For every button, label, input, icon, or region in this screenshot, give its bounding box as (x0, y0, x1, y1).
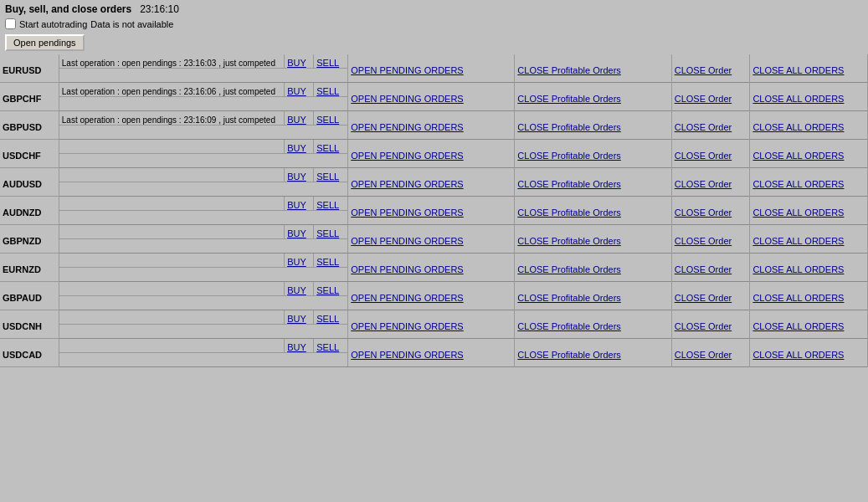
buy-button-usdcnh[interactable]: BUY (287, 314, 306, 324)
close-all-button-gbpnzd[interactable]: CLOSE ALL ORDERS (752, 236, 844, 246)
info-gbpchf: Last operation : open pendings : 23:16:0… (59, 83, 284, 97)
table-container: EURUSDLast operation : open pendings : 2… (0, 54, 868, 367)
open-pending-button-gbpusd[interactable]: OPEN PENDING ORDERS (351, 122, 463, 132)
close-order-cell: CLOSE Order (671, 282, 750, 310)
buy-button-gbpusd[interactable]: BUY (287, 115, 306, 125)
open-pendings-button[interactable]: Open pendings (5, 34, 85, 51)
close-profitable-cell: CLOSE Profitable Orders (515, 83, 671, 111)
autotrading-row: Start autotrading Data is not available (0, 17, 868, 31)
close-profitable-button-gbpaud[interactable]: CLOSE Profitable Orders (517, 293, 621, 303)
close-all-button-usdcad[interactable]: CLOSE ALL ORDERS (752, 350, 844, 360)
close-all-button-gbpusd[interactable]: CLOSE ALL ORDERS (752, 122, 844, 132)
buy-cell: BUY (285, 197, 314, 211)
close-profitable-button-audusd[interactable]: CLOSE Profitable Orders (517, 179, 621, 189)
sell-button-usdcad[interactable]: SELL (316, 342, 339, 352)
buy-cell: BUY (285, 111, 314, 126)
sell-button-audnzd[interactable]: SELL (316, 200, 339, 210)
spacer-row (59, 126, 347, 140)
close-profitable-button-usdcnh[interactable]: CLOSE Profitable Orders (517, 321, 621, 331)
close-profitable-button-gbpchf[interactable]: CLOSE Profitable Orders (517, 94, 621, 104)
open-pending-button-eurnzd[interactable]: OPEN PENDING ORDERS (351, 264, 463, 274)
symbol-usdcnh: USDCNH (0, 310, 59, 339)
close-order-cell: CLOSE Order (671, 83, 750, 111)
open-pending-cell: OPEN PENDING ORDERS (348, 310, 515, 339)
open-pending-button-audnzd[interactable]: OPEN PENDING ORDERS (351, 207, 463, 218)
close-order-button-usdcnh[interactable]: CLOSE Order (675, 321, 732, 331)
info-audnzd (59, 197, 284, 211)
close-order-button-usdcad[interactable]: CLOSE Order (675, 350, 732, 360)
close-order-button-gbpaud[interactable]: CLOSE Order (675, 293, 732, 303)
close-all-button-audusd[interactable]: CLOSE ALL ORDERS (752, 179, 844, 189)
close-order-button-gbpchf[interactable]: CLOSE Order (675, 94, 732, 104)
open-pending-button-usdcnh[interactable]: OPEN PENDING ORDERS (351, 321, 463, 331)
close-order-button-audusd[interactable]: CLOSE Order (675, 179, 732, 189)
buy-button-gbpaud[interactable]: BUY (287, 285, 306, 295)
close-all-button-eurusd[interactable]: CLOSE ALL ORDERS (752, 65, 844, 75)
buy-cell: BUY (285, 254, 314, 268)
open-pending-cell: OPEN PENDING ORDERS (348, 339, 515, 367)
close-profitable-button-eurusd[interactable]: CLOSE Profitable Orders (517, 65, 621, 75)
close-all-button-usdchf[interactable]: CLOSE ALL ORDERS (752, 151, 844, 161)
sell-button-eurusd[interactable]: SELL (316, 58, 339, 68)
sell-button-gbpaud[interactable]: SELL (316, 285, 339, 295)
close-order-button-gbpnzd[interactable]: CLOSE Order (675, 236, 732, 246)
open-pending-button-audusd[interactable]: OPEN PENDING ORDERS (351, 179, 463, 189)
close-profitable-cell: CLOSE Profitable Orders (515, 168, 671, 197)
autotrading-checkbox[interactable] (5, 18, 16, 29)
close-profitable-button-gbpusd[interactable]: CLOSE Profitable Orders (517, 122, 621, 132)
buy-button-usdcad[interactable]: BUY (287, 342, 306, 352)
close-all-cell: CLOSE ALL ORDERS (750, 168, 868, 197)
sell-cell: SELL (314, 310, 348, 325)
close-order-cell: CLOSE Order (671, 225, 750, 254)
info-usdcnh (59, 310, 284, 325)
open-pending-button-gbpchf[interactable]: OPEN PENDING ORDERS (351, 94, 463, 104)
open-pending-button-usdcad[interactable]: OPEN PENDING ORDERS (351, 350, 463, 360)
close-order-button-eurnzd[interactable]: CLOSE Order (675, 264, 732, 274)
close-all-button-usdcnh[interactable]: CLOSE ALL ORDERS (752, 321, 844, 331)
close-profitable-cell: CLOSE Profitable Orders (515, 111, 671, 140)
buy-cell: BUY (285, 339, 314, 353)
open-pending-button-eurusd[interactable]: OPEN PENDING ORDERS (351, 65, 463, 75)
close-order-button-eurusd[interactable]: CLOSE Order (675, 65, 732, 75)
spacer-row (59, 97, 347, 111)
sell-button-gbpnzd[interactable]: SELL (316, 228, 339, 238)
buy-button-eurusd[interactable]: BUY (287, 58, 306, 68)
close-profitable-button-eurnzd[interactable]: CLOSE Profitable Orders (517, 264, 621, 274)
close-order-button-audnzd[interactable]: CLOSE Order (675, 207, 732, 218)
sell-button-usdcnh[interactable]: SELL (316, 314, 339, 324)
info-usdchf (59, 140, 284, 154)
open-pending-button-gbpaud[interactable]: OPEN PENDING ORDERS (351, 293, 463, 303)
buy-cell: BUY (285, 140, 314, 154)
sell-button-gbpusd[interactable]: SELL (316, 115, 339, 125)
buy-button-audusd[interactable]: BUY (287, 172, 306, 182)
close-profitable-button-usdcad[interactable]: CLOSE Profitable Orders (517, 350, 621, 360)
buy-button-eurnzd[interactable]: BUY (287, 257, 306, 267)
close-order-button-gbpusd[interactable]: CLOSE Order (675, 122, 732, 132)
sell-cell: SELL (314, 168, 348, 182)
close-order-button-usdchf[interactable]: CLOSE Order (675, 151, 732, 161)
close-profitable-button-audnzd[interactable]: CLOSE Profitable Orders (517, 207, 621, 218)
close-all-button-eurnzd[interactable]: CLOSE ALL ORDERS (752, 264, 844, 274)
spacer-row (59, 154, 347, 168)
symbol-gbpnzd: GBPNZD (0, 225, 59, 254)
close-all-cell: CLOSE ALL ORDERS (750, 197, 868, 225)
close-all-button-audnzd[interactable]: CLOSE ALL ORDERS (752, 207, 844, 218)
open-pending-cell: OPEN PENDING ORDERS (348, 83, 515, 111)
open-pending-cell: OPEN PENDING ORDERS (348, 168, 515, 197)
sell-button-eurnzd[interactable]: SELL (316, 257, 339, 267)
close-profitable-button-usdchf[interactable]: CLOSE Profitable Orders (517, 151, 621, 161)
buy-button-gbpnzd[interactable]: BUY (287, 228, 306, 238)
buy-button-gbpchf[interactable]: BUY (287, 86, 306, 96)
sell-button-gbpchf[interactable]: SELL (316, 86, 339, 96)
open-pending-button-usdchf[interactable]: OPEN PENDING ORDERS (351, 151, 463, 161)
buy-button-usdchf[interactable]: BUY (287, 143, 306, 153)
close-order-cell: CLOSE Order (671, 168, 750, 197)
open-pending-button-gbpnzd[interactable]: OPEN PENDING ORDERS (351, 236, 463, 246)
sell-button-audusd[interactable]: SELL (316, 172, 339, 182)
close-all-button-gbpaud[interactable]: CLOSE ALL ORDERS (752, 293, 844, 303)
sell-button-usdchf[interactable]: SELL (316, 143, 339, 153)
close-all-button-gbpchf[interactable]: CLOSE ALL ORDERS (752, 94, 844, 104)
buy-button-audnzd[interactable]: BUY (287, 200, 306, 210)
close-profitable-button-gbpnzd[interactable]: CLOSE Profitable Orders (517, 236, 621, 246)
close-order-cell: CLOSE Order (671, 310, 750, 339)
